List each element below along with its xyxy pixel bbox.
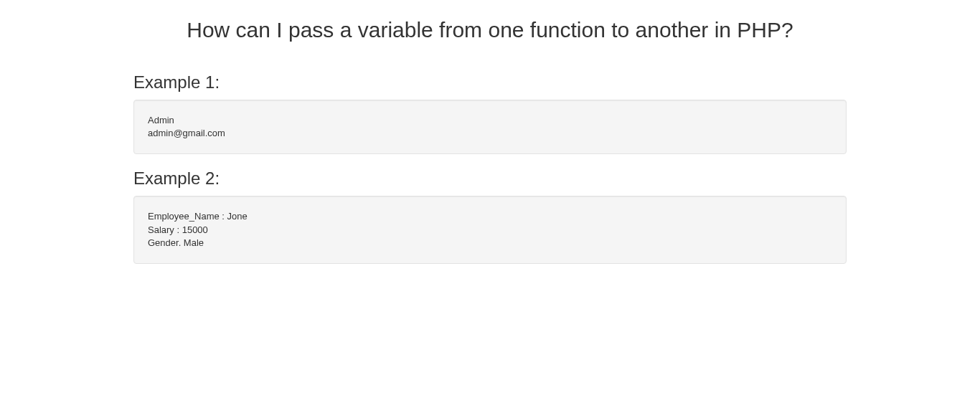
- example-2-output: Employee_Name : Jone Salary : 15000 Gend…: [133, 196, 847, 264]
- example-1-output: Admin admin@gmail.com: [133, 100, 847, 154]
- page-title: How can I pass a variable from one funct…: [133, 18, 847, 42]
- example-2-heading: Example 2:: [133, 168, 847, 189]
- main-container: How can I pass a variable from one funct…: [123, 18, 857, 264]
- example-1-heading: Example 1:: [133, 72, 847, 92]
